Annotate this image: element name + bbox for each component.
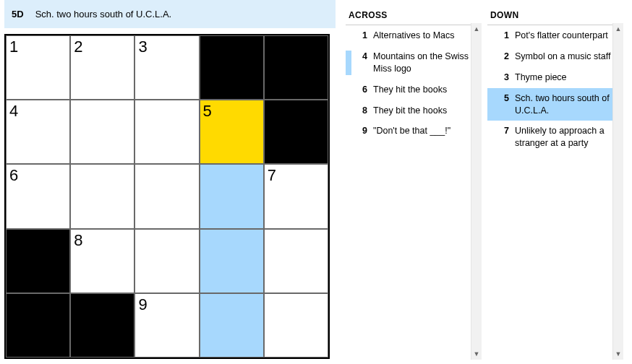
across-clue-list: 1Alternatives to Macs4Mountains on the S… [346, 25, 479, 142]
cell-number: 1 [9, 38, 18, 56]
down-heading: DOWN [490, 10, 620, 20]
cell-number: 2 [74, 38, 82, 56]
clue-highlight-bar [487, 92, 493, 117]
clue-text: "Don't be that ___!" [373, 125, 474, 137]
scroll-up-icon[interactable]: ▲ [471, 23, 482, 35]
down-scrollbar[interactable]: ▲ ▼ [612, 23, 623, 360]
clue-number: 1 [499, 30, 509, 42]
across-column: ACROSS 1Alternatives to Macs4Mountains o… [340, 0, 482, 364]
grid-cell[interactable]: 6 [6, 164, 70, 228]
clue-text: Mountains on the Swiss Miss logo [373, 51, 474, 75]
grid-cell[interactable] [134, 100, 199, 164]
grid-cell[interactable] [200, 293, 264, 358]
cell-number: 3 [138, 38, 147, 56]
down-column: DOWN 1Pot's flatter counterpart2Symbol o… [482, 0, 623, 364]
clue-highlight-bar [346, 125, 351, 137]
grid-cell[interactable]: 1 [6, 35, 70, 100]
clue-number: 4 [357, 51, 367, 75]
scroll-up-icon[interactable]: ▲ [613, 23, 624, 35]
clue-number: 7 [499, 125, 509, 150]
clue-highlight-bar [487, 125, 493, 150]
scroll-down-icon[interactable]: ▼ [471, 348, 482, 360]
cell-number: 4 [9, 102, 18, 121]
clue-number: 8 [357, 105, 367, 117]
clue-item[interactable]: 1Alternatives to Macs [346, 25, 479, 46]
clue-text: Unlikely to approach a stranger at a par… [515, 125, 616, 150]
clue-highlight-bar [487, 30, 493, 42]
grid-cell-black [264, 100, 328, 164]
clue-number: 9 [357, 125, 367, 137]
current-clue-text: Sch. two hours south of U.C.L.A. [35, 9, 172, 20]
scroll-down-icon[interactable]: ▼ [613, 348, 624, 360]
grid-cell[interactable] [264, 293, 328, 358]
grid-cell-black [264, 35, 328, 100]
grid-cell[interactable] [70, 100, 134, 164]
clue-text: Symbol on a music staff [515, 51, 616, 63]
clue-number: 6 [357, 84, 367, 96]
clue-highlight-bar [487, 72, 493, 84]
clue-number: 5 [499, 92, 509, 117]
grid-cell[interactable]: 8 [70, 229, 134, 293]
grid-cell[interactable]: 9 [134, 293, 199, 358]
clue-number: 2 [499, 51, 509, 63]
clue-item[interactable]: 4Mountains on the Swiss Miss logo [346, 46, 479, 79]
clue-highlight-bar [487, 51, 493, 63]
clue-text: Thyme piece [515, 72, 616, 84]
cell-number: 7 [268, 166, 276, 185]
clue-number: 1 [357, 30, 367, 42]
grid-cell[interactable]: 3 [134, 35, 199, 100]
clue-highlight-bar [346, 84, 351, 96]
grid-cell[interactable] [200, 229, 264, 293]
clue-item[interactable]: 6They hit the books [346, 79, 479, 100]
grid-cell[interactable] [70, 164, 134, 228]
grid-cell[interactable] [134, 229, 199, 293]
current-clue-number: 5D [12, 9, 24, 20]
grid-cell[interactable]: 7 [264, 164, 328, 228]
cell-number: 5 [203, 102, 212, 121]
across-scrollbar[interactable]: ▲ ▼ [471, 23, 482, 360]
grid-cell[interactable]: 4 [6, 100, 70, 164]
clue-item[interactable]: 1Pot's flatter counterpart [487, 25, 620, 46]
grid-cell-black [6, 229, 70, 293]
clue-highlight-bar [346, 105, 351, 117]
clue-text: Alternatives to Macs [373, 30, 474, 42]
cell-number: 8 [74, 231, 82, 250]
cell-number: 6 [9, 166, 18, 185]
clue-text: They bit the hooks [373, 105, 474, 117]
clue-text: Sch. two hours south of U.C.L.A. [515, 92, 616, 117]
clue-item[interactable]: 9"Don't be that ___!" [346, 121, 479, 142]
grid-cell[interactable]: 2 [70, 35, 134, 100]
clue-item[interactable]: 3Thyme piece [487, 67, 620, 88]
grid-cell-black [70, 293, 134, 358]
clue-item[interactable]: 2Symbol on a music staff [487, 46, 620, 67]
clue-item[interactable]: 5Sch. two hours south of U.C.L.A. [487, 88, 620, 121]
grid-cell[interactable] [264, 229, 328, 293]
clue-number: 3 [499, 72, 509, 84]
clue-text: Pot's flatter counterpart [515, 30, 616, 42]
clue-highlight-bar [346, 51, 351, 75]
clue-highlight-bar [346, 30, 351, 42]
cell-number: 9 [138, 295, 147, 314]
clue-text: They hit the books [373, 84, 474, 96]
grid-cell[interactable]: 5 [200, 100, 264, 164]
grid-cell[interactable] [200, 164, 264, 228]
grid-cell-black [6, 293, 70, 358]
grid-cell-black [200, 35, 264, 100]
clue-item[interactable]: 8They bit the hooks [346, 100, 479, 121]
current-clue-bar: 5D Sch. two hours south of U.C.L.A. [4, 0, 336, 28]
clue-item[interactable]: 7Unlikely to approach a stranger at a pa… [487, 121, 620, 154]
across-heading: ACROSS [349, 10, 479, 20]
crossword-grid[interactable]: 123456789 [4, 34, 330, 359]
grid-cell[interactable] [134, 164, 199, 228]
down-clue-list: 1Pot's flatter counterpart2Symbol on a m… [487, 25, 620, 154]
